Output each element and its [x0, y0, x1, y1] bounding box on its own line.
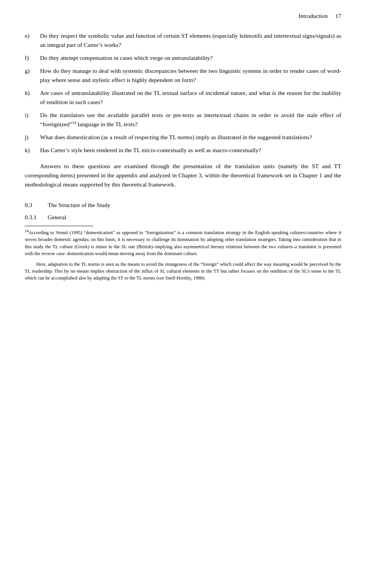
list-section: e) Do they respect the symbolic value an… — [25, 31, 341, 155]
footnote-number: 14 — [25, 229, 29, 233]
list-item: i) Do the translators use the available … — [25, 111, 341, 129]
list-content-k: Has Carter’s style been rendered in the … — [40, 146, 341, 155]
list-content-g: How do they manage to deal with systemic… — [40, 66, 341, 85]
list-label-k: k) — [25, 146, 40, 155]
list-item: g) How do they manage to deal with syste… — [25, 66, 341, 85]
page: Introduction 17 e) Do they respect the s… — [0, 0, 366, 588]
list-label-h: h) — [25, 88, 40, 98]
footnote-text: According to Venuti (1995) “domesticatio… — [25, 230, 341, 256]
section-title-0-3: The Structure of the Study — [48, 201, 110, 210]
page-number: 17 — [336, 11, 342, 21]
list-label-g: g) — [25, 66, 40, 76]
footnote: 14According to Venuti (1995) “domesticat… — [25, 229, 341, 257]
list-content-j: What does domestication (as a result of … — [40, 133, 341, 142]
list-label-i: i) — [25, 111, 40, 120]
section-number-0-3-1: 0.3.1 — [25, 213, 48, 222]
header-title: Introduction — [299, 11, 328, 21]
list-label-f: f) — [25, 53, 40, 63]
list-content-f: Do they attempt compensation in cases wh… — [40, 53, 341, 63]
footnote-divider — [25, 226, 93, 226]
main-paragraph: Answers to these questions are examined … — [25, 162, 341, 189]
list-item: k) Has Carter’s style been rendered in t… — [25, 146, 341, 155]
list-label-j: j) — [25, 133, 40, 142]
page-header: Introduction 17 — [25, 11, 341, 21]
list-label-e: e) — [25, 31, 40, 40]
section-title-0-3-1: General — [48, 213, 66, 222]
list-content-i: Do the translators use the available par… — [40, 111, 341, 129]
list-content-h: Are cases of untranslatability illustrat… — [40, 88, 341, 107]
list-item: h) Are cases of untranslatability illust… — [25, 88, 341, 107]
section-title-row-0-3-1: 0.3.1 General — [25, 213, 341, 222]
list-item: e) Do they respect the symbolic value an… — [25, 31, 341, 50]
footnote-paragraph-2: Here, adaptation to the TL norms is seen… — [25, 261, 341, 281]
section-0-3: 0.3 The Structure of the Study — [25, 201, 341, 210]
list-item: j) What does domestication (as a result … — [25, 133, 341, 142]
section-title-row-0-3: 0.3 The Structure of the Study — [25, 201, 341, 210]
list-item: f) Do they attempt compensation in cases… — [25, 53, 341, 63]
list-content-e: Do they respect the symbolic value and f… — [40, 31, 341, 50]
section-0-3-1: 0.3.1 General — [25, 213, 341, 222]
section-number-0-3: 0.3 — [25, 201, 48, 210]
